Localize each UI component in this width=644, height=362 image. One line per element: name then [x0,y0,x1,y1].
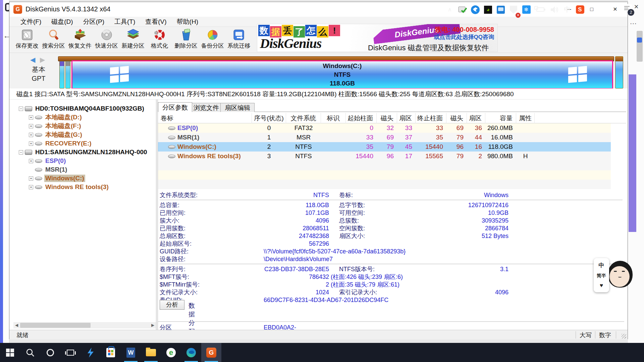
cortana-button[interactable] [40,343,60,362]
taskbar-search-button[interactable] [20,343,40,362]
tray-security[interactable]: ✕ [507,0,520,19]
column-header[interactable]: 序号(状态) [252,113,286,123]
file-explorer-button[interactable] [141,343,161,362]
task-view-button[interactable] [60,343,80,362]
tree-item-hd0-toshibamq04abf100-932gb-[interactable]: −HD0:TOSHIBAMQ04ABF100(932GB) [13,104,156,113]
tree-item-esp-0-[interactable]: +ESP(0) [13,157,156,165]
notification-center-button[interactable]: 2 [623,4,633,15]
column-header[interactable]: 标识 [321,113,346,123]
windows-re-partition-bar[interactable] [615,56,623,88]
quick-partition-button[interactable]: 快速分区 [93,27,120,52]
ime-avatar[interactable] [608,261,633,290]
search-partition-button[interactable]: 搜索分区 [40,27,67,52]
format-button[interactable]: 格式化 [146,27,173,52]
store-button[interactable] [101,343,121,362]
menu-help[interactable]: 帮助(H) [172,17,203,27]
tree-item--g-[interactable]: +本地磁盘(G:) [13,130,156,139]
tab-browse-files[interactable]: 浏览文件 [189,103,223,112]
resize-grip[interactable] [622,334,626,339]
column-header[interactable]: 容量 [485,113,516,123]
tree-item-recovery-e-[interactable]: +RECOVERY(E:) [13,139,156,148]
column-header[interactable]: 起始柱面 [346,113,377,123]
background-menu-dots-icon[interactable]: ⋯ [630,19,637,27]
windows-c-partition-bar[interactable]: Windows(C:) NTFS 118.0GB [71,60,613,89]
column-header[interactable]: 终止柱面 [416,113,446,123]
tray-chevron-up[interactable]: ∧ [443,0,456,19]
menu-file[interactable]: 文件(F) [16,17,46,27]
menu-partition[interactable]: 分区(P) [79,17,109,27]
tray-checker-app[interactable] [456,0,469,19]
msr-partition-bar[interactable] [65,61,70,88]
prev-disk-arrow-icon[interactable]: ◀ [30,56,37,63]
tree-item-msr-1-[interactable]: MSR(1) [13,165,156,174]
menu-tools[interactable]: 工具(T) [110,17,140,27]
scrollbar-thumb[interactable] [20,323,91,328]
expand-icon[interactable]: + [29,185,33,189]
detail-row: 总容量:118.0GB总字节数:126710972416 [160,201,623,209]
tray-sogou[interactable]: S [574,0,586,19]
tray-ime-indicator[interactable]: 中 [561,0,574,19]
column-header[interactable]: 扇区 [467,113,485,123]
collapse-icon[interactable]: − [19,150,23,155]
background-close-icon[interactable]: ✕ [634,3,639,10]
word-button[interactable]: W [121,343,141,362]
recover-files-button[interactable]: 恢复文件 [67,27,93,52]
tree-item-windows-c-[interactable]: +Windows(C:) [13,174,156,183]
backup-partition-button[interactable]: 备份分区 [199,27,226,52]
column-header[interactable]: 扇区 [397,113,416,123]
expand-icon[interactable]: + [29,141,33,146]
tree-horizontal-scrollbar[interactable]: ◀ ▶ [13,322,156,328]
promo-banner[interactable]: 数据丢了怎么! DiskGenius DiskGenius 致电: 400-00… [257,24,498,52]
ime-heart-icon[interactable]: ♥ [600,282,603,289]
tray-dingtalk[interactable] [469,0,482,19]
tray-snowflake-app[interactable]: ❄ [520,0,533,19]
table-row-esp-0-[interactable]: ESP(0)0FAT3203233336936260.0MB [158,123,611,133]
column-header[interactable]: 文件系统 [286,113,321,123]
column-header[interactable]: 磁头 [446,113,467,123]
table-row-msr-1-[interactable]: MSR(1)1MSR33693735794416.0MB [158,133,611,142]
new-partition-button[interactable]: 新建分区 [120,27,146,52]
flash-app-button[interactable] [80,343,101,362]
tray-nvidia[interactable]: ◕ [482,0,494,19]
ime-mode-simplified-half[interactable]: 简半 [597,273,606,279]
diskgenius-taskbar-button[interactable]: G [201,343,221,362]
menu-disk[interactable]: 磁盘(D) [47,17,77,27]
tray-volume[interactable] [548,0,561,19]
tree-item--d-[interactable]: +本地磁盘(D:) [13,113,156,122]
column-header[interactable]: 磁头 [377,113,397,123]
column-header[interactable]: 卷标 [158,113,252,123]
background-scrollbar-thumb[interactable] [637,31,643,62]
tree-item--f-[interactable]: +本地磁盘(F:) [13,122,156,130]
delete-partition-button[interactable]: 删除分区 [173,27,199,52]
scroll-right-arrow-icon[interactable]: ▶ [150,322,156,328]
expand-icon[interactable]: + [29,115,33,120]
expand-icon[interactable]: + [29,133,33,137]
next-disk-arrow-icon[interactable]: ▶ [40,56,46,63]
tab-sector-edit[interactable]: 扇区编辑 [220,103,255,112]
collapse-icon[interactable]: − [19,107,23,111]
tray-battery[interactable] [533,0,548,19]
tab-partition-params[interactable]: 分区参数 [158,102,192,112]
scroll-left-arrow-icon[interactable]: ◀ [13,322,20,328]
tray-intel[interactable] [494,0,507,19]
start-button[interactable] [0,343,20,362]
column-header[interactable]: 属性 [516,113,535,123]
taskbar-clock[interactable]: 18:37 2022/5/9 [585,2,619,17]
banner-qq-link[interactable]: 或点击此处选择QQ咨询 [434,33,494,41]
ime-mode-chinese[interactable]: 中 [599,261,604,269]
expand-icon[interactable]: + [29,176,33,181]
expand-icon[interactable]: + [29,159,33,163]
table-row-windows-re-tools-3-[interactable]: Windows RE tools(3)3NTFS1544096171556579… [158,152,611,161]
input-method-widget[interactable]: 中 简半 ♥ [594,258,609,292]
tree-item-hd1-samsungmznln128hahq-000[interactable]: −HD1:SAMSUNGMZNLN128HAHQ-000 [13,148,156,157]
save-changes-button[interactable]: 保存更改 [14,27,40,52]
menu-view[interactable]: 查看(V) [141,17,171,27]
analyze-button[interactable]: 分析 [160,300,184,310]
edge-button[interactable] [181,343,201,362]
system-migration-button[interactable]: 系统迁移 [226,27,252,52]
expand-icon[interactable]: + [29,124,33,128]
tree-item-windows-re-tools-3-[interactable]: +Windows RE tools(3) [13,183,156,191]
esp-partition-bar[interactable] [59,61,64,88]
browser-360-button[interactable]: e [161,343,181,362]
table-row-windows-c-[interactable]: Windows(C:)2NTFS357945154409616118.0GB [158,142,611,152]
